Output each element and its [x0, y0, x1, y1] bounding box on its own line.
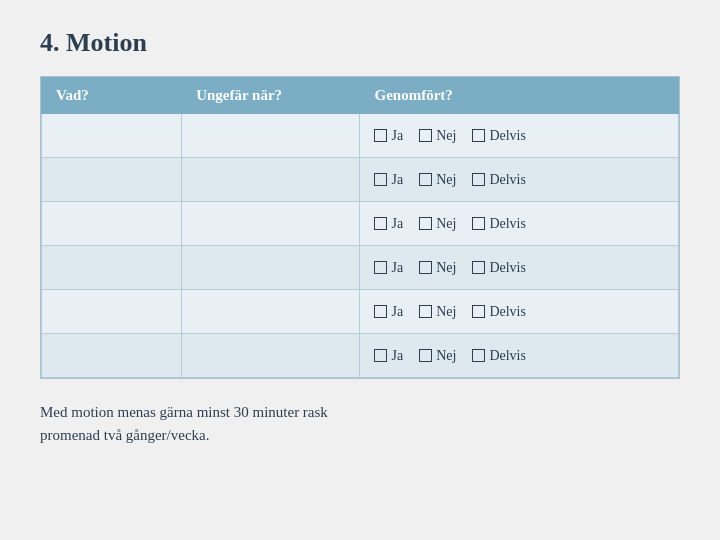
cell-nar-3 — [182, 246, 360, 290]
checkbox-label-ja-3: Ja — [391, 260, 403, 276]
checkbox-label-ja-4: Ja — [391, 304, 403, 320]
table-body: JaNejDelvisJaNejDelvisJaNejDelvisJaNejDe… — [42, 114, 679, 378]
checkbox-item-ja-2[interactable]: Ja — [374, 216, 403, 232]
table-row: JaNejDelvis — [42, 334, 679, 378]
checkbox-item-ja-3[interactable]: Ja — [374, 260, 403, 276]
checkbox-box-ja-3 — [374, 261, 387, 274]
checkbox-label-nej-5: Nej — [436, 348, 456, 364]
cell-genomfort-2: JaNejDelvis — [360, 202, 679, 246]
checkbox-label-nej-3: Nej — [436, 260, 456, 276]
checkbox-group-2: JaNejDelvis — [374, 216, 664, 232]
checkbox-item-nej-2[interactable]: Nej — [419, 216, 456, 232]
checkbox-label-nej-0: Nej — [436, 128, 456, 144]
checkbox-box-ja-4 — [374, 305, 387, 318]
checkbox-label-delvis-1: Delvis — [489, 172, 526, 188]
checkbox-label-delvis-3: Delvis — [489, 260, 526, 276]
checkbox-item-nej-4[interactable]: Nej — [419, 304, 456, 320]
checkbox-label-nej-4: Nej — [436, 304, 456, 320]
checkbox-item-ja-4[interactable]: Ja — [374, 304, 403, 320]
cell-genomfort-1: JaNejDelvis — [360, 158, 679, 202]
checkbox-box-nej-2 — [419, 217, 432, 230]
checkbox-item-delvis-5[interactable]: Delvis — [472, 348, 526, 364]
checkbox-item-ja-1[interactable]: Ja — [374, 172, 403, 188]
checkbox-item-delvis-0[interactable]: Delvis — [472, 128, 526, 144]
cell-vad-4 — [42, 290, 182, 334]
table-header: Vad? Ungefär när? Genomfört? — [42, 78, 679, 114]
checkbox-label-nej-1: Nej — [436, 172, 456, 188]
checkbox-label-ja-0: Ja — [391, 128, 403, 144]
cell-genomfort-5: JaNejDelvis — [360, 334, 679, 378]
checkbox-group-4: JaNejDelvis — [374, 304, 664, 320]
checkbox-box-delvis-5 — [472, 349, 485, 362]
checkbox-item-delvis-4[interactable]: Delvis — [472, 304, 526, 320]
motion-table: Vad? Ungefär när? Genomfört? JaNejDelvis… — [41, 77, 679, 378]
checkbox-item-delvis-2[interactable]: Delvis — [472, 216, 526, 232]
checkbox-box-delvis-1 — [472, 173, 485, 186]
cell-nar-0 — [182, 114, 360, 158]
footer-text: Med motion menas gärna minst 30 minuter … — [40, 401, 680, 448]
checkbox-box-ja-2 — [374, 217, 387, 230]
table-row: JaNejDelvis — [42, 202, 679, 246]
checkbox-box-nej-5 — [419, 349, 432, 362]
checkbox-item-nej-1[interactable]: Nej — [419, 172, 456, 188]
cell-vad-3 — [42, 246, 182, 290]
checkbox-group-5: JaNejDelvis — [374, 348, 664, 364]
header-vad: Vad? — [42, 78, 182, 114]
checkbox-item-delvis-1[interactable]: Delvis — [472, 172, 526, 188]
table-row: JaNejDelvis — [42, 290, 679, 334]
checkbox-label-ja-5: Ja — [391, 348, 403, 364]
checkbox-label-ja-2: Ja — [391, 216, 403, 232]
header-genomfort: Genomfört? — [360, 78, 679, 114]
cell-nar-5 — [182, 334, 360, 378]
checkbox-label-nej-2: Nej — [436, 216, 456, 232]
checkbox-box-ja-0 — [374, 129, 387, 142]
table-row: JaNejDelvis — [42, 158, 679, 202]
cell-vad-5 — [42, 334, 182, 378]
checkbox-item-nej-5[interactable]: Nej — [419, 348, 456, 364]
table-row: JaNejDelvis — [42, 114, 679, 158]
checkbox-label-delvis-2: Delvis — [489, 216, 526, 232]
checkbox-box-nej-3 — [419, 261, 432, 274]
checkbox-box-nej-1 — [419, 173, 432, 186]
checkbox-item-ja-5[interactable]: Ja — [374, 348, 403, 364]
cell-genomfort-0: JaNejDelvis — [360, 114, 679, 158]
checkbox-label-delvis-0: Delvis — [489, 128, 526, 144]
cell-vad-2 — [42, 202, 182, 246]
checkbox-box-delvis-0 — [472, 129, 485, 142]
table-row: JaNejDelvis — [42, 246, 679, 290]
checkbox-label-delvis-5: Delvis — [489, 348, 526, 364]
checkbox-group-1: JaNejDelvis — [374, 172, 664, 188]
checkbox-group-0: JaNejDelvis — [374, 128, 664, 144]
cell-genomfort-3: JaNejDelvis — [360, 246, 679, 290]
checkbox-label-delvis-4: Delvis — [489, 304, 526, 320]
checkbox-box-delvis-2 — [472, 217, 485, 230]
checkbox-item-delvis-3[interactable]: Delvis — [472, 260, 526, 276]
cell-nar-2 — [182, 202, 360, 246]
checkbox-box-nej-0 — [419, 129, 432, 142]
checkbox-box-delvis-4 — [472, 305, 485, 318]
checkbox-box-ja-1 — [374, 173, 387, 186]
header-nar: Ungefär när? — [182, 78, 360, 114]
checkbox-group-3: JaNejDelvis — [374, 260, 664, 276]
cell-nar-4 — [182, 290, 360, 334]
cell-vad-0 — [42, 114, 182, 158]
checkbox-box-delvis-3 — [472, 261, 485, 274]
cell-genomfort-4: JaNejDelvis — [360, 290, 679, 334]
checkbox-label-ja-1: Ja — [391, 172, 403, 188]
main-table-wrapper: Vad? Ungefär när? Genomfört? JaNejDelvis… — [40, 76, 680, 379]
checkbox-item-nej-0[interactable]: Nej — [419, 128, 456, 144]
checkbox-item-nej-3[interactable]: Nej — [419, 260, 456, 276]
checkbox-box-nej-4 — [419, 305, 432, 318]
checkbox-box-ja-5 — [374, 349, 387, 362]
cell-nar-1 — [182, 158, 360, 202]
cell-vad-1 — [42, 158, 182, 202]
checkbox-item-ja-0[interactable]: Ja — [374, 128, 403, 144]
page-title: 4. Motion — [40, 28, 680, 58]
